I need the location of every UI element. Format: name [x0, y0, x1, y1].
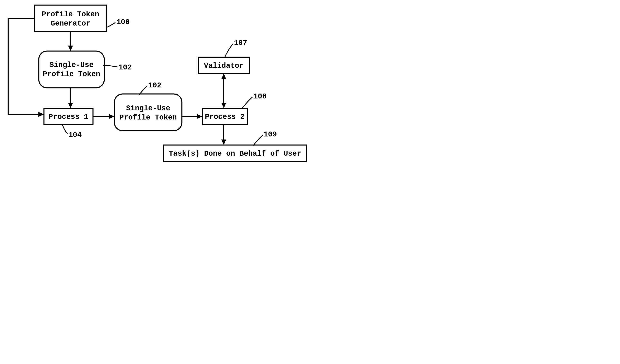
node-token1-line2: Profile Token: [43, 70, 100, 78]
ref-107: 107: [234, 39, 247, 47]
leader-107: [225, 44, 233, 57]
node-token1-line1: Single-Use: [49, 61, 93, 69]
arrow-validator-bottom: [221, 103, 226, 108]
leader-109: [253, 135, 263, 145]
leader-108: [242, 97, 252, 108]
leader-100: [106, 22, 115, 28]
node-token1: [39, 51, 104, 88]
arrow-validator-top: [221, 74, 226, 79]
ref-109: 109: [264, 130, 277, 139]
node-tasks-line1: Task(s) Done on Behalf of User: [169, 150, 301, 158]
leader-104: [62, 125, 67, 134]
node-token2-line2: Profile Token: [120, 113, 177, 122]
node-generator-line2: Generator: [51, 19, 90, 28]
node-process2-line1: Process 2: [205, 113, 245, 121]
node-validator-line1: Validator: [204, 62, 244, 70]
node-token2-line1: Single-Use: [126, 104, 170, 113]
flowchart: Profile Token Generator Single-Use Profi…: [0, 0, 310, 182]
arrow-process1-to-token2: [109, 114, 114, 119]
ref-102a: 102: [119, 63, 132, 72]
edge-loop-generator-process1: [8, 18, 41, 114]
node-generator-line1: Profile Token: [42, 10, 99, 19]
node-process1-line1: Process 1: [49, 113, 88, 121]
arrow-generator-to-token1: [68, 46, 73, 51]
ref-104: 104: [68, 131, 82, 139]
arrow-token2-to-process2: [197, 114, 202, 119]
arrow-token1-to-process1: [68, 103, 73, 108]
ref-108: 108: [253, 92, 267, 101]
ref-100: 100: [116, 18, 130, 26]
ref-102b: 102: [148, 81, 161, 90]
arrow-process2-to-tasks: [221, 139, 226, 145]
arrow-loop-to-process1: [38, 112, 44, 117]
leader-102a: [103, 65, 118, 67]
